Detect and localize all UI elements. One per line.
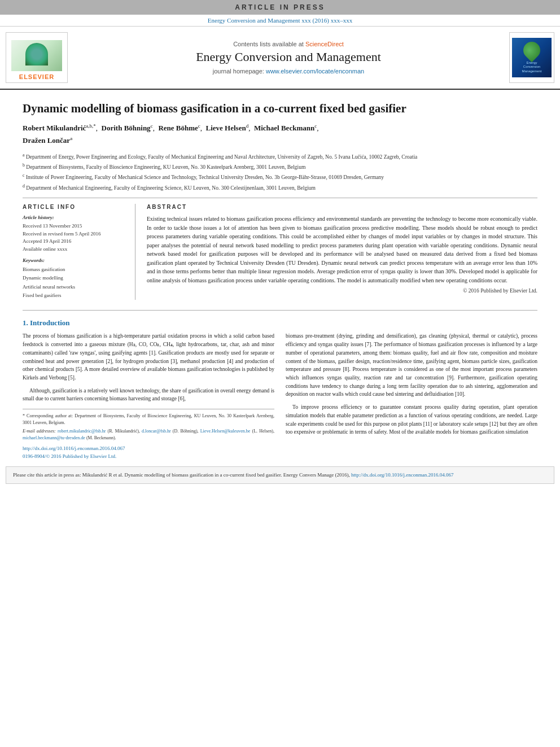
citation-doi-link[interactable]: http://dx.doi.org/10.1016/j.enconman.201… xyxy=(351,472,454,478)
author-6: Dražen Lončar xyxy=(23,137,70,145)
email-1[interactable]: robert.mikulandric@fsb.hr xyxy=(58,429,106,434)
elsevier-logo-box: ELSEVIER xyxy=(6,32,68,83)
journal-homepage: journal homepage: www.elsevier.com/locat… xyxy=(213,68,364,75)
author-3: Rene Böhme xyxy=(158,124,198,133)
homepage-prefix: journal homepage: xyxy=(213,68,266,75)
footnote-emails: E-mail addresses: robert.mikulandric@fsb… xyxy=(23,428,274,442)
issn-line: 0196-8904/© 2016 Published by Elsevier L… xyxy=(23,453,274,461)
affil-sup-3: c xyxy=(198,123,200,129)
accepted-date: Accepted 19 April 2016 xyxy=(23,238,127,246)
journal-logo-right-box: EnergyConversionManagement xyxy=(509,32,554,83)
abstract-text: Existing technical issues related to bio… xyxy=(147,215,537,285)
affil-sup-5: c xyxy=(314,123,317,129)
intro-two-col: The process of biomass gasification is a… xyxy=(23,332,537,461)
intro-right-para-1: biomass pre-treatment (drying, grinding … xyxy=(286,332,537,399)
citation-text: Please cite this article in press as: Mi… xyxy=(13,472,350,478)
available-date: Available online xxxx xyxy=(23,246,127,254)
affil-a: a Department of Energy, Power Engineerin… xyxy=(23,152,537,161)
affil-sup-4: d xyxy=(246,123,249,129)
intro-section-label: Introduction xyxy=(30,318,70,327)
intro-para-1: The process of biomass gasification is a… xyxy=(23,332,274,382)
history-label: Article history: xyxy=(23,215,127,220)
intro-section-num: 1. xyxy=(23,318,28,327)
article-info-column: ARTICLE INFO Article history: Received 1… xyxy=(23,204,135,300)
sciencedirect-link[interactable]: ScienceDirect xyxy=(305,41,344,47)
abstract-heading: ABSTRACT xyxy=(147,204,537,210)
article-in-press-banner: ARTICLE IN PRESS xyxy=(0,0,560,15)
author-2: Dorith Böhning xyxy=(102,124,151,133)
keywords-list: Biomass gasification Dynamic modelling A… xyxy=(23,265,127,300)
journal-ref-text: Energy Conversion and Management xxx (20… xyxy=(208,17,352,24)
article-content: Dynamic modelling of biomass gasificatio… xyxy=(0,90,560,461)
doi-links: http://dx.doi.org/10.1016/j.enconman.201… xyxy=(23,442,274,461)
keyword-1: Biomass gasification xyxy=(23,265,127,274)
received-date: Received 13 November 2015 xyxy=(23,222,127,230)
affil-sup-1: a,b,* xyxy=(86,123,96,129)
keyword-4: Fixed bed gasifiers xyxy=(23,291,127,300)
intro-title: 1. Introduction xyxy=(23,318,537,327)
article-info-dates: Received 13 November 2015 Received in re… xyxy=(23,222,127,253)
journal-ref-bar: Energy Conversion and Management xxx (20… xyxy=(0,15,560,27)
homepage-link[interactable]: www.elsevier.com/locate/enconman xyxy=(266,68,364,75)
affil-sup-6: a xyxy=(70,136,72,141)
article-info-abstract: ARTICLE INFO Article history: Received 1… xyxy=(23,204,537,300)
intro-section: 1. Introduction The process of biomass g… xyxy=(23,310,537,461)
authors-line: Robert Mikulandrića,b,*, Dorith Böhningc… xyxy=(23,122,537,147)
divider-1 xyxy=(23,198,537,198)
author-5: Michael Beckmann xyxy=(254,124,314,133)
keyword-3: Artificial neural networks xyxy=(23,283,127,291)
elsevier-logo-image xyxy=(11,40,62,71)
intro-col-right: biomass pre-treatment (drying, grinding … xyxy=(286,332,537,461)
journal-header: ELSEVIER Contents lists available at Sci… xyxy=(0,27,560,90)
intro-col-left: The process of biomass gasification is a… xyxy=(23,332,274,461)
sciencedirect-prefix: Contents lists available at xyxy=(233,41,305,47)
banner-text: ARTICLE IN PRESS xyxy=(235,3,325,11)
footnotes: * Corresponding author at: Department of… xyxy=(23,409,274,442)
sciencedirect-line: Contents lists available at ScienceDirec… xyxy=(233,41,344,47)
footnote-corresponding: * Corresponding author at: Department of… xyxy=(23,413,274,426)
copyright-line: © 2016 Published by Elsevier Ltd. xyxy=(147,288,537,294)
intro-para-2: Although, gasification is a relatively w… xyxy=(23,387,274,403)
doi-link[interactable]: http://dx.doi.org/10.1016/j.enconman.201… xyxy=(23,445,274,453)
author-4: Lieve Helsen xyxy=(206,124,246,133)
page: ARTICLE IN PRESS Energy Conversion and M… xyxy=(0,0,560,747)
email-4[interactable]: michael.beckmann@tu-dresden.de xyxy=(23,435,85,440)
affiliations: a Department of Energy, Power Engineerin… xyxy=(23,152,537,193)
article-info-heading: ARTICLE INFO xyxy=(23,204,127,210)
affil-b: b Department of Biosystems, Faculty of B… xyxy=(23,162,537,171)
author-1: Robert Mikulandrić xyxy=(23,124,86,133)
email-3[interactable]: Lieve.Helsen@kuleuven.be xyxy=(200,429,251,434)
elsevier-label: ELSEVIER xyxy=(19,73,54,80)
affil-c: c Institute of Power Engineering, Facult… xyxy=(23,172,537,181)
logo-text: EnergyConversionManagement xyxy=(522,61,541,73)
affil-d: d Department of Mechanical Engineering, … xyxy=(23,183,537,192)
intro-right-para-2: To improve process efficiency or to guar… xyxy=(286,403,537,436)
keywords-label: Keywords: xyxy=(23,257,127,263)
journal-header-center: Contents lists available at ScienceDirec… xyxy=(73,32,504,83)
email-2[interactable]: d.loncar@fsb.hr xyxy=(142,429,171,434)
citation-bar: Please cite this article in press as: Mi… xyxy=(6,466,554,484)
journal-title-main: Energy Conversion and Management xyxy=(196,50,381,64)
abstract-column: ABSTRACT Existing technical issues relat… xyxy=(147,204,537,300)
keyword-2: Dynamic modelling xyxy=(23,274,127,282)
logo-leaf-icon xyxy=(520,38,544,62)
journal-logo-right: EnergyConversionManagement xyxy=(512,38,552,77)
affil-sup-2: c xyxy=(151,123,153,129)
revised-date: Received in revised form 5 April 2016 xyxy=(23,230,127,238)
article-title: Dynamic modelling of biomass gasificatio… xyxy=(23,90,537,122)
